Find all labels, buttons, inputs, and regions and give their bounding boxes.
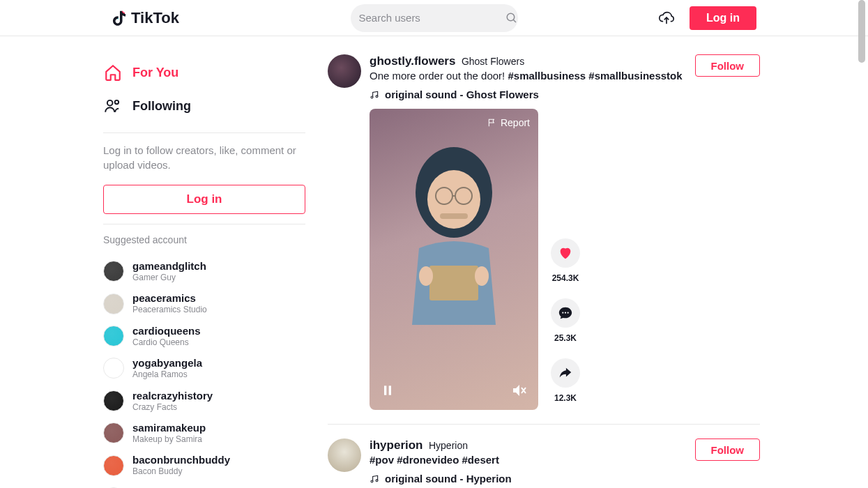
header-right: Log in <box>657 6 756 30</box>
svg-point-23 <box>371 480 373 482</box>
action-column: 254.3K 25.3K 12.3K <box>551 109 580 410</box>
music-icon <box>370 474 379 484</box>
svg-point-0 <box>507 13 515 21</box>
suggested-account[interactable]: samiramakeupMakeup by Samira <box>103 417 305 449</box>
account-username: samiramakeup <box>132 422 206 434</box>
account-avatar <box>103 326 124 346</box>
account-username: peaceramics <box>132 292 207 305</box>
feed-sound[interactable]: original sound - Hyperion <box>370 473 695 485</box>
account-username: baconbrunchbuddy <box>132 454 230 466</box>
feed-item: ihyperion Hyperion #pov #dronevideo #des… <box>328 439 760 488</box>
page-scrollbar[interactable] <box>858 0 867 488</box>
header: TikTok Log in <box>0 0 868 36</box>
feed-username[interactable]: ghostly.flowers <box>370 54 455 68</box>
feed-caption: One more order out the door! #smallbusin… <box>370 70 695 82</box>
account-avatar <box>103 358 124 379</box>
suggested-account[interactable]: baconbrunchbuddyBacon Buddy <box>103 449 305 481</box>
video-player[interactable]: Report <box>370 109 538 410</box>
nav-following[interactable]: Following <box>103 89 305 123</box>
feed-content: ihyperion Hyperion #pov #dronevideo #des… <box>370 439 760 485</box>
divider <box>103 224 305 224</box>
follow-button[interactable]: Follow <box>695 439 761 461</box>
suggested-account[interactable]: cardioqueensCardio Queens <box>103 320 305 352</box>
share-icon <box>558 365 573 381</box>
search-button[interactable] <box>505 12 518 24</box>
caption-hashtags[interactable]: #smallbusiness #smallbusinesstok <box>508 70 682 82</box>
svg-point-21 <box>565 312 566 313</box>
account-displayname: Cardio Queens <box>132 337 201 347</box>
svg-point-8 <box>427 170 480 229</box>
search-input[interactable] <box>359 12 492 24</box>
feed-header: ihyperion Hyperion #pov #dronevideo #des… <box>370 439 760 485</box>
feed: ghostly.flowers Ghost Flowers One more o… <box>328 36 760 488</box>
sound-text: original sound - Ghost Flowers <box>385 89 539 100</box>
caption-text: One more order out the door! <box>370 70 508 82</box>
mute-icon[interactable] <box>510 382 527 399</box>
account-displayname: Peaceramics Studio <box>132 305 207 314</box>
account-displayname: Crazy Facts <box>132 402 213 412</box>
divider <box>103 132 305 133</box>
feed-info: ihyperion Hyperion #pov #dronevideo #des… <box>370 439 695 485</box>
sidebar-login-button[interactable]: Log in <box>103 185 305 214</box>
suggested-account[interactable]: yogabyangelaAngela Ramos <box>103 352 305 384</box>
scrollbar-thumb[interactable] <box>858 0 865 63</box>
feed-avatar[interactable] <box>328 54 361 88</box>
suggested-account[interactable]: realcrazyhistoryCrazy Facts <box>103 385 305 417</box>
music-icon <box>370 90 379 100</box>
feed-content: ghostly.flowers Ghost Flowers One more o… <box>370 54 760 410</box>
suggested-label: Suggested account <box>103 234 305 245</box>
sound-text: original sound - Hyperion <box>385 473 512 485</box>
comment-button[interactable] <box>551 298 580 328</box>
feed-info: ghostly.flowers Ghost Flowers One more o… <box>370 54 695 100</box>
logo[interactable]: TikTok <box>112 9 179 27</box>
search-icon <box>505 12 518 24</box>
feed-username[interactable]: ihyperion <box>370 439 423 452</box>
header-login-button[interactable]: Log in <box>690 6 756 30</box>
suggested-accounts-list: gameandglitchGamer GuypeaceramicsPeacera… <box>103 255 305 488</box>
upload-icon[interactable] <box>657 10 676 26</box>
svg-line-1 <box>513 20 516 22</box>
nav-for-you-label: For You <box>132 66 178 80</box>
feed-header: ghostly.flowers Ghost Flowers One more o… <box>370 54 760 100</box>
people-icon <box>103 96 123 116</box>
account-displayname: Angela Ramos <box>132 369 202 379</box>
home-icon <box>103 63 123 82</box>
heart-icon <box>558 245 573 261</box>
sidebar: For You Following Log in to follow creat… <box>103 36 312 488</box>
svg-point-5 <box>371 96 373 98</box>
nav-following-label: Following <box>132 99 191 114</box>
video-thumbnail <box>391 144 517 325</box>
account-avatar <box>103 261 124 282</box>
flag-icon <box>487 118 497 128</box>
share-count: 12.3K <box>554 393 577 403</box>
account-displayname: Gamer Guy <box>132 273 206 282</box>
svg-point-20 <box>562 312 563 313</box>
share-button[interactable] <box>551 358 580 388</box>
report-label: Report <box>501 117 530 128</box>
nav-for-you[interactable]: For You <box>103 56 305 89</box>
feed-avatar[interactable] <box>328 439 361 472</box>
suggested-account[interactable]: sci.fansScience Fans <box>103 482 305 488</box>
account-avatar <box>103 293 124 314</box>
svg-point-14 <box>419 266 433 286</box>
svg-point-22 <box>568 312 569 313</box>
like-button[interactable] <box>551 238 580 268</box>
feed-item: ghostly.flowers Ghost Flowers One more o… <box>328 54 760 425</box>
suggested-account[interactable]: peaceramicsPeaceramics Studio <box>103 287 305 319</box>
account-displayname: Makeup by Samira <box>132 434 206 444</box>
account-username: realcrazyhistory <box>132 390 213 402</box>
follow-button[interactable]: Follow <box>695 54 761 77</box>
feed-displayname: Ghost Flowers <box>462 56 524 67</box>
feed-sound[interactable]: original sound - Ghost Flowers <box>370 89 695 100</box>
video-controls <box>381 382 527 399</box>
sidebar-scroll[interactable]: For You Following Log in to follow creat… <box>103 56 312 488</box>
suggested-account[interactable]: gameandglitchGamer Guy <box>103 255 305 287</box>
report-button[interactable]: Report <box>487 117 530 128</box>
feed-displayname: Hyperion <box>429 440 468 451</box>
like-count: 254.3K <box>552 273 579 283</box>
comment-icon <box>558 305 573 321</box>
pause-icon[interactable] <box>381 383 395 397</box>
account-username: cardioqueens <box>132 325 201 337</box>
search-bar[interactable] <box>351 4 518 32</box>
caption-hashtags[interactable]: #pov #dronevideo #desert <box>370 454 499 466</box>
